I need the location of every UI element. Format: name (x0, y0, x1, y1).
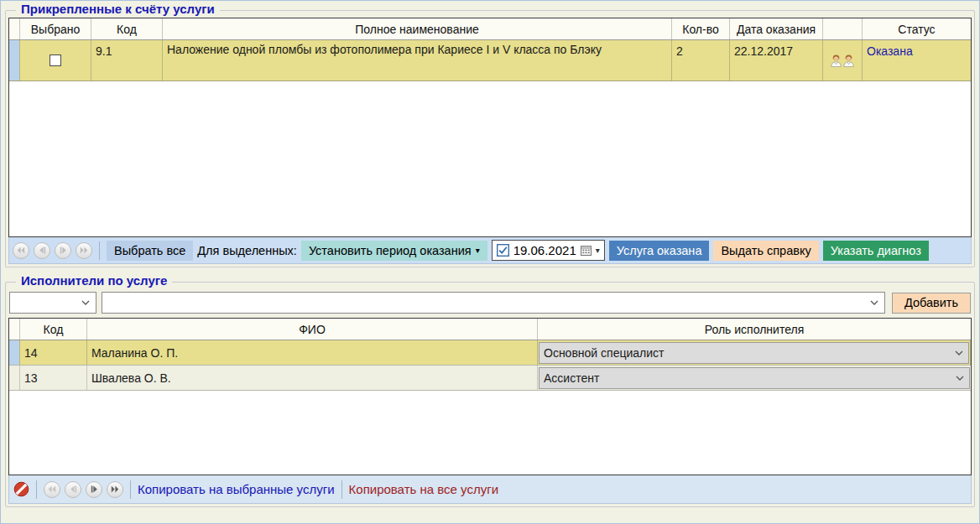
attached-services-section: Прикрепленные к счёту услуги Выбрано Код… (5, 10, 975, 267)
next-record-icon[interactable] (55, 242, 71, 259)
performer-name-cell: Швалева О. В. (87, 366, 538, 390)
row-marker-header (9, 319, 20, 340)
service-table-row[interactable]: 9.1 Наложение одной пломбы из фотополиме… (9, 40, 971, 81)
performer-role-cell: Основной специалист (538, 340, 971, 365)
performer-name-combo[interactable] (102, 292, 885, 314)
performer-row[interactable]: 14 Маланина О. П. Основной специалист (9, 340, 971, 366)
col-header-fio: ФИО (87, 319, 538, 340)
col-header-qty: Кол-во (672, 18, 730, 39)
performer-code-select[interactable] (9, 292, 96, 314)
calendar-icon[interactable] (581, 245, 592, 256)
chevron-down-icon (956, 376, 964, 381)
chevron-down-icon (81, 300, 90, 305)
performer-code-cell: 14 (20, 340, 87, 365)
service-qty-cell: 2 (672, 40, 730, 80)
copy-to-selected-services-link[interactable]: Копировать на выбранные услуги (138, 482, 335, 496)
col-header-fullname: Полное наименование (163, 18, 672, 39)
service-date-cell: 22.12.2017 (730, 40, 823, 80)
first-record-icon[interactable] (44, 481, 60, 498)
set-period-button[interactable]: Установить период оказания ▾ (301, 241, 487, 261)
services-table-empty-area (9, 81, 971, 236)
performers-table: Код ФИО Роль исполнителя 14 Маланина О. … (8, 318, 972, 475)
services-table-header: Выбрано Код Полное наименование Кол-во Д… (9, 18, 971, 40)
performers-title: Исполнители по услуге (16, 273, 172, 288)
service-status-cell: Оказана (863, 40, 971, 80)
service-performers-cell (823, 40, 863, 80)
date-checkbox[interactable] (497, 244, 509, 257)
provision-date-field[interactable]: 19.06.2021 ▾ (492, 240, 605, 261)
col-header-role: Роль исполнителя (538, 319, 971, 340)
set-period-label: Установить период оказания (309, 244, 472, 257)
date-value: 19.06.2021 (513, 243, 576, 257)
performers-table-header: Код ФИО Роль исполнителя (9, 319, 971, 340)
performer-role-select[interactable]: Ассистент (539, 367, 970, 389)
doctor-icon (831, 54, 842, 67)
services-toolbar: Выбрать все Для выделенных: Установить п… (8, 237, 972, 264)
service-selected-cell (20, 40, 91, 80)
next-record-icon[interactable] (86, 481, 102, 498)
col-header-status: Статус (863, 18, 971, 39)
service-invoice-window: Прикрепленные к счёту услуги Выбрано Код… (0, 0, 980, 524)
first-record-icon[interactable] (13, 242, 29, 259)
chevron-down-icon (955, 350, 963, 355)
attached-services-title: Прикрепленные к счёту услуги (16, 2, 220, 16)
performer-code-cell: 13 (20, 366, 87, 390)
performer-role-select[interactable]: Основной специалист (539, 342, 969, 364)
row-selection-marker (9, 340, 20, 365)
col-header-performers (823, 18, 863, 39)
performer-row[interactable]: 13 Швалева О. В. Ассистент (9, 366, 971, 391)
last-record-icon[interactable] (107, 481, 123, 498)
for-selected-label: Для выделенных: (197, 244, 297, 257)
copy-to-all-services-link[interactable]: Копировать на все услуги (349, 482, 498, 496)
toolbar-separator (130, 480, 131, 499)
previous-record-icon[interactable] (34, 242, 50, 259)
performer-name-cell: Маланина О. П. (87, 340, 538, 365)
last-record-icon[interactable] (76, 242, 92, 259)
chevron-down-icon (870, 300, 878, 305)
performers-table-empty-area (9, 391, 971, 475)
toolbar-separator (99, 241, 100, 260)
service-name-cell: Наложение одной пломбы из фотополимера п… (163, 40, 672, 80)
performers-toolbar: Копировать на выбранные услуги Копироват… (8, 475, 972, 504)
col-header-code: Код (91, 18, 163, 39)
no-entry-icon[interactable] (13, 481, 29, 498)
performer-picker-row: Добавить (9, 292, 971, 314)
col-header-selected: Выбрано (20, 18, 91, 39)
doctor-icon (843, 54, 854, 67)
service-provided-button[interactable]: Услуга оказана (609, 241, 710, 261)
toolbar-separator (341, 480, 342, 499)
row-marker-header (9, 18, 20, 39)
set-diagnosis-button[interactable]: Указать диагноз (823, 241, 929, 261)
row-selection-marker (9, 40, 20, 80)
col-header-date: Дата оказания (730, 18, 823, 39)
row-marker (9, 366, 20, 390)
add-performer-button[interactable]: Добавить (892, 293, 971, 314)
issue-certificate-button[interactable]: Выдать справку (713, 241, 818, 261)
toolbar-separator (36, 480, 37, 499)
services-table: Выбрано Код Полное наименование Кол-во Д… (8, 18, 972, 237)
performers-section: Исполнители по услуге Добавить Код ФИО Р… (5, 282, 975, 507)
col-header-code: Код (20, 319, 87, 340)
service-code-cell: 9.1 (91, 40, 163, 80)
previous-record-icon[interactable] (65, 481, 81, 498)
chevron-down-icon[interactable]: ▾ (596, 246, 600, 255)
select-all-button[interactable]: Выбрать все (107, 241, 193, 261)
service-checkbox[interactable] (50, 54, 61, 66)
performer-role-cell: Ассистент (538, 366, 971, 390)
chevron-down-icon: ▾ (476, 246, 480, 255)
performer-role-value: Основной специалист (544, 346, 664, 360)
performer-role-value: Ассистент (544, 371, 599, 385)
